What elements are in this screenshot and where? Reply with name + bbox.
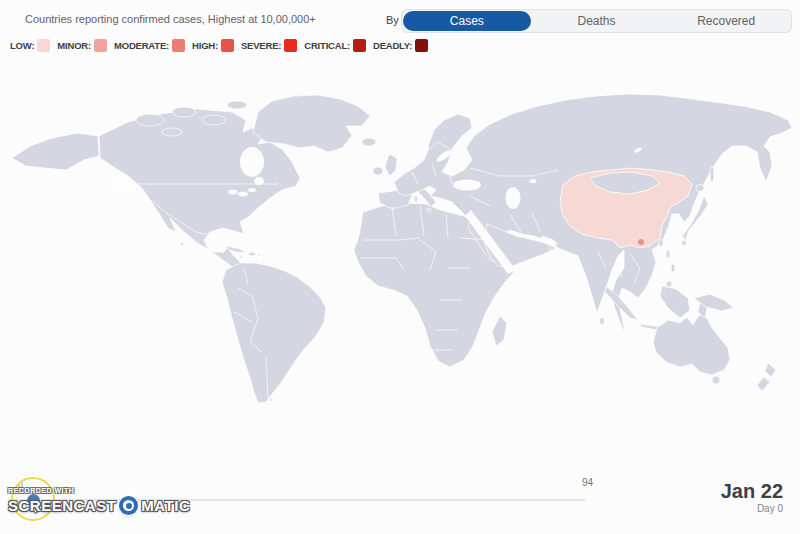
metric-tabbar: Cases Deaths Recovered — [401, 9, 792, 33]
landmass-tasmania — [712, 376, 720, 384]
legend-swatch-low — [37, 39, 50, 52]
legend-swatch-high — [221, 39, 234, 52]
severity-legend: LOW: MINOR: MODERATE: HIGH: SEVERE: CRIT… — [10, 39, 435, 52]
by-label: By — [386, 14, 399, 26]
landmass-australia — [653, 315, 730, 375]
landmass-new-zealand — [765, 363, 776, 377]
landmass-alaska — [12, 133, 99, 170]
tab-cases[interactable]: Cases — [403, 11, 531, 31]
legend-item-low: LOW: — [10, 39, 50, 52]
watermark-screencast: SCREENCAST — [8, 497, 116, 514]
tab-recovered[interactable]: Recovered — [662, 11, 790, 31]
timeline-end-label: 94 — [582, 477, 593, 488]
landmass-iceland — [362, 138, 376, 146]
legend-item-high: HIGH: — [192, 39, 234, 52]
screencast-o-matic-logo-icon — [119, 496, 138, 515]
landmass-ireland — [373, 167, 383, 175]
landmass-south-america — [222, 263, 326, 403]
date-display: Jan 22 Day 0 — [721, 481, 783, 514]
screencast-watermark: RECORDED WITH SCREENCAST MATIC — [8, 487, 190, 515]
legend-item-deadly: DEADLY: — [373, 39, 428, 52]
landmass-madagascar — [492, 316, 507, 346]
legend-item-minor: MINOR: — [57, 39, 107, 52]
legend-item-severe: SEVERE: — [241, 39, 297, 52]
landmass-uk — [385, 154, 397, 176]
landmass-sri-lanka — [600, 318, 605, 325]
legend-swatch-critical — [353, 39, 366, 52]
tab-deaths[interactable]: Deaths — [533, 11, 661, 31]
legend-swatch-deadly — [415, 39, 428, 52]
world-map — [0, 0, 800, 534]
current-day: Day 0 — [721, 503, 783, 514]
legend-swatch-moderate — [172, 39, 185, 52]
watermark-recorded-with: RECORDED WITH — [8, 487, 190, 494]
landmass-taiwan — [659, 239, 663, 246]
legend-swatch-severe — [284, 39, 297, 52]
map-countries[interactable] — [12, 94, 792, 403]
landmass-borneo — [660, 286, 690, 318]
landmass-sakhalin — [710, 166, 714, 182]
hotspot-hainan[interactable] — [638, 239, 644, 245]
legend-item-critical: CRITICAL: — [304, 39, 366, 52]
current-date: Jan 22 — [721, 481, 783, 501]
app-window: Countries reporting confirmed cases, Hig… — [0, 0, 800, 534]
watermark-matic: MATIC — [141, 497, 190, 514]
legend-item-moderate: MODERATE: — [114, 39, 185, 52]
legend-swatch-minor — [94, 39, 107, 52]
page-title: Countries reporting confirmed cases, Hig… — [25, 13, 316, 25]
landmass-hokkaido — [696, 185, 704, 192]
